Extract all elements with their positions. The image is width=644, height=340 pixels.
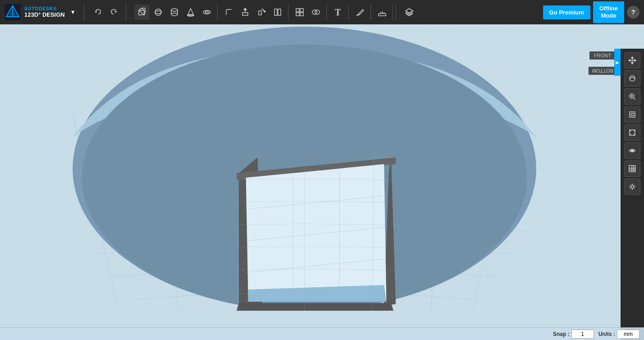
svg-point-8 bbox=[155, 9, 161, 15]
layers-tool[interactable] bbox=[402, 5, 417, 20]
svg-line-67 bbox=[634, 98, 635, 100]
help-button[interactable]: ? bbox=[627, 6, 639, 18]
svg-point-17 bbox=[205, 11, 209, 13]
svg-marker-64 bbox=[635, 60, 636, 61]
combine-group bbox=[289, 5, 327, 20]
view-cube-bottom-label[interactable]: BOTTOM bbox=[589, 67, 617, 75]
svg-marker-61 bbox=[631, 57, 633, 58]
sphere-tool[interactable] bbox=[151, 5, 166, 20]
svg-point-83 bbox=[631, 185, 634, 188]
svg-marker-63 bbox=[629, 60, 630, 61]
undo-redo-group bbox=[88, 5, 124, 19]
autodesk-logo-icon bbox=[5, 4, 21, 20]
svg-marker-45 bbox=[246, 164, 387, 302]
zoom-button[interactable] bbox=[624, 88, 640, 105]
svg-rect-18 bbox=[242, 13, 248, 15]
logo-text: AUTODESK® 123D° DESIGN bbox=[24, 6, 65, 18]
svg-rect-26 bbox=[300, 9, 303, 12]
app-product: 123D° DESIGN bbox=[24, 11, 65, 18]
app-brand: AUTODESK® bbox=[24, 6, 65, 11]
fillet-tool[interactable] bbox=[221, 5, 237, 20]
svg-marker-20 bbox=[244, 8, 247, 10]
grid-view-button[interactable] bbox=[624, 161, 640, 177]
svg-rect-27 bbox=[296, 13, 299, 16]
modify-group bbox=[219, 5, 288, 20]
perspective-button[interactable] bbox=[624, 124, 640, 141]
svg-point-13 bbox=[171, 13, 178, 16]
text-group: T bbox=[328, 5, 349, 20]
measure-group bbox=[372, 5, 393, 20]
svg-rect-23 bbox=[274, 9, 277, 15]
right-buttons: Go Premium OfflineMode ? bbox=[543, 1, 644, 23]
tool-groups: T bbox=[128, 4, 543, 20]
right-panel bbox=[621, 49, 644, 340]
extrude-tool[interactable] bbox=[238, 5, 253, 20]
svg-rect-22 bbox=[259, 11, 261, 15]
svg-point-10 bbox=[171, 9, 178, 11]
svg-point-30 bbox=[315, 10, 320, 14]
redo-button[interactable] bbox=[107, 5, 120, 19]
layers-group bbox=[399, 5, 420, 20]
svg-marker-62 bbox=[631, 63, 633, 64]
divider-1 bbox=[84, 4, 84, 20]
measure-tool[interactable] bbox=[375, 5, 390, 20]
view-cube-front-label[interactable]: FRONT bbox=[589, 51, 616, 60]
svg-point-65 bbox=[630, 76, 635, 81]
sketch-tool[interactable] bbox=[352, 5, 368, 20]
svg-rect-28 bbox=[300, 13, 303, 16]
scene-svg bbox=[0, 24, 644, 340]
svg-marker-44 bbox=[237, 303, 393, 311]
svg-point-71 bbox=[631, 113, 634, 116]
snap-label: Snap : bbox=[553, 331, 570, 337]
svg-rect-25 bbox=[296, 9, 299, 12]
merge-tool[interactable] bbox=[308, 5, 324, 20]
cylinder-tool[interactable] bbox=[167, 5, 182, 20]
svg-rect-24 bbox=[278, 9, 281, 15]
sketch-group bbox=[350, 5, 371, 20]
viewport[interactable]: FRONT BOTTOM bbox=[0, 24, 644, 340]
pan-button[interactable] bbox=[624, 52, 640, 69]
offline-mode-button[interactable]: OfflineMode bbox=[593, 1, 624, 23]
eye-view-button[interactable] bbox=[624, 142, 640, 159]
svg-point-9 bbox=[155, 11, 161, 14]
svg-point-77 bbox=[631, 150, 634, 152]
group-tool[interactable] bbox=[292, 5, 307, 20]
orbit-button[interactable] bbox=[624, 70, 640, 87]
units-label: Units : bbox=[598, 331, 615, 337]
snap-input[interactable] bbox=[571, 330, 594, 339]
offline-mode-label: OfflineMode bbox=[599, 5, 618, 19]
fit-view-button[interactable] bbox=[624, 106, 640, 123]
toolbar: AUTODESK® 123D° DESIGN ▼ bbox=[0, 0, 644, 24]
divider-2 bbox=[126, 4, 126, 20]
panel-collapse-tab[interactable]: ▶ bbox=[614, 49, 621, 76]
collapse-arrow: ▶ bbox=[616, 60, 619, 65]
units-input[interactable] bbox=[617, 330, 639, 339]
app-menu-dropdown[interactable]: ▼ bbox=[70, 9, 76, 15]
divider-layers bbox=[396, 4, 396, 20]
svg-rect-70 bbox=[630, 112, 635, 117]
logo-area: AUTODESK® 123D° DESIGN ▼ bbox=[0, 4, 80, 20]
svg-marker-21 bbox=[264, 11, 265, 12]
status-bar: Snap : Units : bbox=[0, 327, 644, 340]
split-tool[interactable] bbox=[270, 5, 285, 20]
units-control: Units : bbox=[598, 330, 639, 339]
settings-view-button[interactable] bbox=[624, 179, 640, 195]
svg-rect-32 bbox=[379, 14, 386, 16]
undo-button[interactable] bbox=[91, 5, 105, 19]
box-tool[interactable] bbox=[134, 5, 150, 20]
cone-tool[interactable] bbox=[183, 5, 198, 20]
torus-tool[interactable] bbox=[199, 5, 215, 20]
revolve-tool[interactable] bbox=[254, 5, 269, 20]
go-premium-button[interactable]: Go Premium bbox=[543, 5, 590, 19]
svg-rect-78 bbox=[629, 165, 635, 172]
solids-group bbox=[132, 5, 218, 20]
svg-point-16 bbox=[203, 10, 210, 14]
text-tool[interactable]: T bbox=[330, 5, 346, 20]
svg-marker-36 bbox=[406, 9, 413, 13]
snap-control: Snap : bbox=[553, 330, 594, 339]
